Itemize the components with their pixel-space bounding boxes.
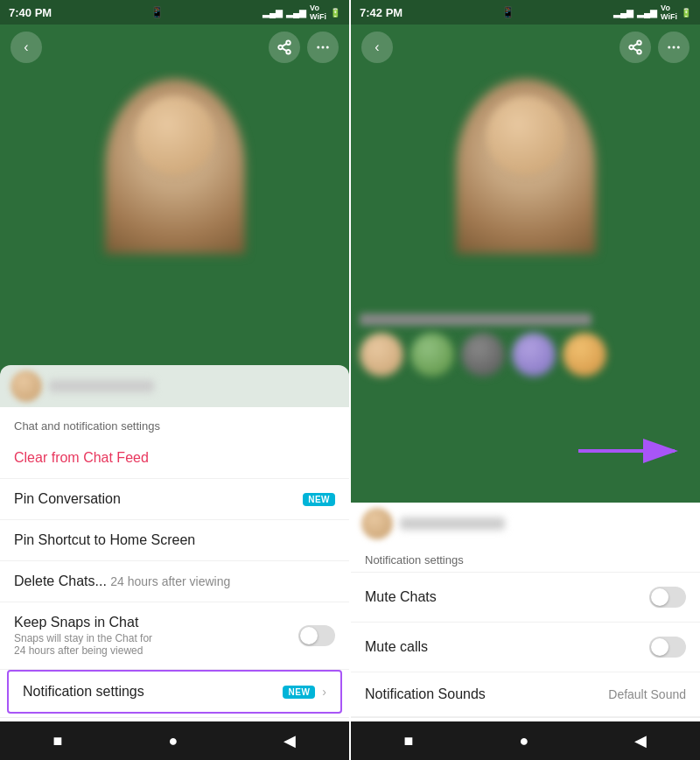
right-content-inner [351,70,700,385]
right-nav-circle[interactable]: ● [519,732,528,750]
mute-calls-toggle[interactable] [649,637,686,658]
right-panel: 7:42 PM 📱 ▂▄▆ ▂▄▆ VoWiFi 🔋 ‹ [351,0,700,760]
delete-chats-sub: 24 hours after viewing [110,574,230,588]
keep-snaps-label: Keep Snaps in Chat [14,615,152,630]
svg-line-12 [633,44,637,46]
left-bottom-sheet: Chat and notification settings Clear fro… [0,407,349,760]
signal-bar-2: ▂▄▆ [286,8,306,18]
svg-point-7 [326,46,329,49]
left-small-avatar [10,370,42,402]
notification-sounds-value: Default Sound [608,687,686,701]
left-small-name [49,380,154,392]
left-nav-square[interactable]: ■ [53,732,63,750]
friend-avatar-2 [410,333,454,376]
battery-icon: 🔋 [330,8,340,18]
keep-snaps-toggle-thumb [300,627,318,644]
right-avatar-head [486,96,565,175]
clear-chat-feed-item[interactable]: Clear from Chat Feed [0,438,349,479]
mute-calls-row[interactable]: Mute calls [351,623,700,672]
left-status-bar: 7:40 PM 📱 ▂▄▆ ▂▄▆ VoWiFi 🔋 [0,0,349,25]
left-small-avatar-row [0,365,349,407]
right-vo-wifi-label: VoWiFi [661,4,677,21]
mute-chats-row[interactable]: Mute Chats [351,573,700,623]
right-status-bar: 7:42 PM 📱 ▂▄▆ ▂▄▆ VoWiFi 🔋 [351,0,700,25]
vo-wifi-label: VoWiFi [310,4,326,21]
right-blur-section [360,313,691,376]
right-more-options-button[interactable] [658,32,690,63]
back-button[interactable]: ‹ [10,32,42,63]
right-avatar-container [456,79,596,254]
left-bottom-sheet-overlay: Chat and notification settings Clear fro… [0,365,349,760]
pin-shortcut-label: Pin Shortcut to Home Screen [14,532,195,548]
right-bottom-nav: ■ ● ◀ [351,721,700,760]
left-nav-circle[interactable]: ● [168,732,178,750]
right-nav-square[interactable]: ■ [404,732,414,750]
mute-chats-label: Mute Chats [365,589,437,605]
right-back-button[interactable]: ‹ [361,32,393,63]
right-small-avatar-row [351,503,700,541]
mute-chats-toggle[interactable] [649,587,686,608]
right-battery-icon: 🔋 [681,8,691,18]
left-signal-icons: ▂▄▆ ▂▄▆ VoWiFi 🔋 [262,4,340,21]
friend-avatar-5 [563,333,606,376]
left-time: 7:40 PM [9,6,52,19]
notification-settings-item[interactable]: Notification settings NEW › [7,670,342,714]
right-time: 7:42 PM [360,6,402,19]
pin-shortcut-item[interactable]: Pin Shortcut to Home Screen [0,520,349,561]
more-options-button[interactable] [307,32,339,63]
svg-point-8 [637,41,641,46]
left-status-icon: 📱 [150,6,164,18]
right-nav-back[interactable]: ◀ [634,731,647,750]
keep-snaps-item[interactable]: Keep Snaps in Chat Snaps will stay in th… [0,602,349,670]
svg-line-3 [282,48,286,51]
blur-row-1 [360,313,592,326]
svg-point-9 [629,46,634,50]
notification-settings-label: Notification settings [23,684,144,700]
signal-bar-1: ▂▄▆ [262,8,283,18]
right-header-right-icons [620,32,690,63]
purple-arrow [561,429,700,473]
left-nav-back[interactable]: ◀ [284,731,296,750]
mute-calls-toggle-thumb [651,638,668,656]
delete-chats-item[interactable]: Delete Chats... 24 hours after viewing [0,561,349,602]
notification-settings-chevron: › [322,685,326,699]
left-bottom-nav: ■ ● ◀ [0,721,349,760]
right-signal-icons: ▂▄▆ ▂▄▆ VoWiFi 🔋 [613,4,691,21]
left-avatar-head [136,96,214,175]
mute-chats-toggle-thumb [651,588,668,606]
svg-point-6 [322,46,325,49]
svg-point-13 [668,46,670,49]
notif-sheet-header: Notification settings [351,541,700,573]
pin-conversation-badge: NEW [303,493,335,506]
notification-sounds-label: Notification Sounds [365,686,486,702]
pin-conversation-label: Pin Conversation [14,491,121,507]
friend-avatar-3 [461,333,505,376]
keep-snaps-content: Keep Snaps in Chat Snaps will stay in th… [14,615,152,657]
svg-point-1 [278,46,283,50]
share-button[interactable] [269,32,300,63]
left-header-bar: ‹ [0,25,349,70]
left-panel: 7:40 PM 📱 ▂▄▆ ▂▄▆ VoWiFi 🔋 ‹ [0,0,349,760]
left-avatar-container [105,79,245,254]
right-small-name [400,517,505,530]
svg-point-2 [286,50,290,54]
right-small-avatar [361,508,393,539]
keep-snaps-sub: Snaps will stay in the Chat for24 hours … [14,632,152,657]
svg-point-15 [677,46,680,49]
svg-line-11 [633,48,637,51]
right-signal-bar-2: ▂▄▆ [637,8,657,18]
pin-conversation-item[interactable]: Pin Conversation NEW [0,479,349,520]
keep-snaps-toggle[interactable] [298,625,335,646]
notification-settings-row[interactable]: Notification settings NEW › [9,672,340,712]
delete-chats-label: Delete Chats... [14,574,110,588]
friends-row [360,333,691,376]
svg-point-5 [317,46,319,49]
right-signal-bar-1: ▂▄▆ [613,8,634,18]
header-right-icons [269,32,339,63]
notification-sounds-row[interactable]: Notification Sounds Default Sound [351,672,700,717]
notification-settings-badge: NEW [283,686,315,699]
svg-line-4 [282,44,286,46]
right-share-button[interactable] [620,32,651,63]
right-header-bar: ‹ [351,25,700,70]
svg-point-14 [673,46,676,49]
